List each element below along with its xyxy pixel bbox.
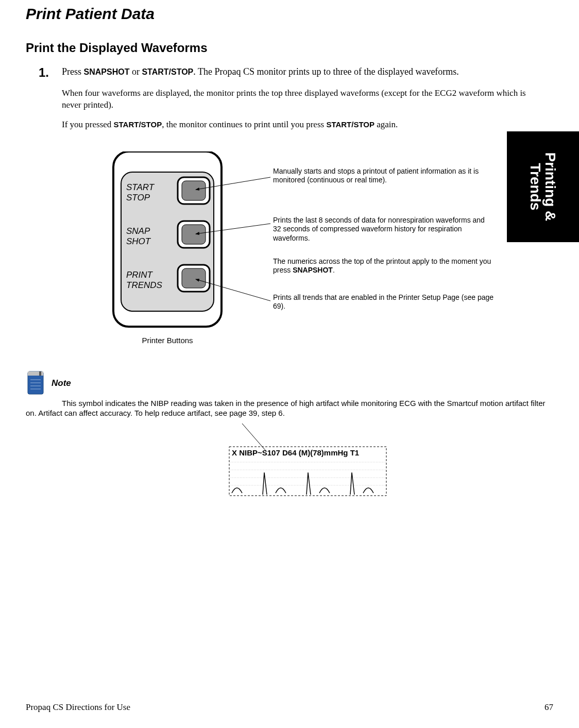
svg-rect-13 [39,371,41,376]
page-number: 67 [544,702,553,713]
callout-snapshot-1: Prints the last 8 seconds of data for no… [273,216,495,243]
svg-rect-3 [182,181,206,200]
text: , the monitor continues to print until y… [162,120,326,129]
callout-start-stop: Manually starts and stops a printout of … [273,167,495,185]
svg-line-18 [242,424,266,451]
key-snapshot: SNAPSHOT [84,67,130,76]
svg-rect-5 [182,225,206,244]
key-start-stop: START/STOP [326,120,374,129]
text: If you pressed [62,120,114,129]
step-text: Press SNAPSHOT or START/STOP. The Propaq… [62,65,553,80]
svg-rect-7 [182,268,206,288]
paragraph: When four waveforms are displayed, the m… [62,88,536,111]
strip-header: X NIBP~S107 D64 (M)(78)mmHg T1 [232,448,359,457]
key-start-stop: START/STOP [142,67,193,76]
key-snapshot: SNAPSHOT [293,266,333,274]
key-start-stop: START/STOP [114,120,162,129]
printer-diagram: START STOP SNAP SHOT PRINT TRENDS Man [26,151,553,358]
printout-strip: X NIBP~S107 D64 (M)(78)mmHg T1 [26,424,553,527]
note-label: Note [52,378,71,388]
btn-label: PRINT [126,270,154,280]
note-text: This symbol indicates the NIBP reading w… [26,398,546,418]
text: . The Propaq CS monitor prints up to thr… [193,66,459,77]
btn-label: SHOT [126,236,151,246]
step-1: 1. Press SNAPSHOT or START/STOP. The Pro… [39,65,553,80]
btn-label: STOP [126,193,150,202]
section-heading: Print the Displayed Waveforms [26,41,553,55]
footer-doc-title: Propaq CS Directions for Use [26,702,130,713]
callout-print-trends: Prints all trends that are enabled in th… [273,293,495,311]
paragraph: If you pressed START/STOP, the monitor c… [62,119,536,131]
page-title: Print Patient Data [26,5,553,23]
step-number: 1. [39,65,62,80]
btn-label: SNAP [126,226,150,236]
btn-label: TRENDS [126,280,163,290]
text: Press [62,66,84,77]
btn-label: START [126,182,155,192]
note-icon [26,370,46,396]
figure-caption: Printer Buttons [111,336,224,345]
text: again. [374,120,398,129]
text: . [333,266,335,274]
text: or [129,66,142,77]
callout-snapshot-2: The numerics across the top of the print… [273,257,495,275]
